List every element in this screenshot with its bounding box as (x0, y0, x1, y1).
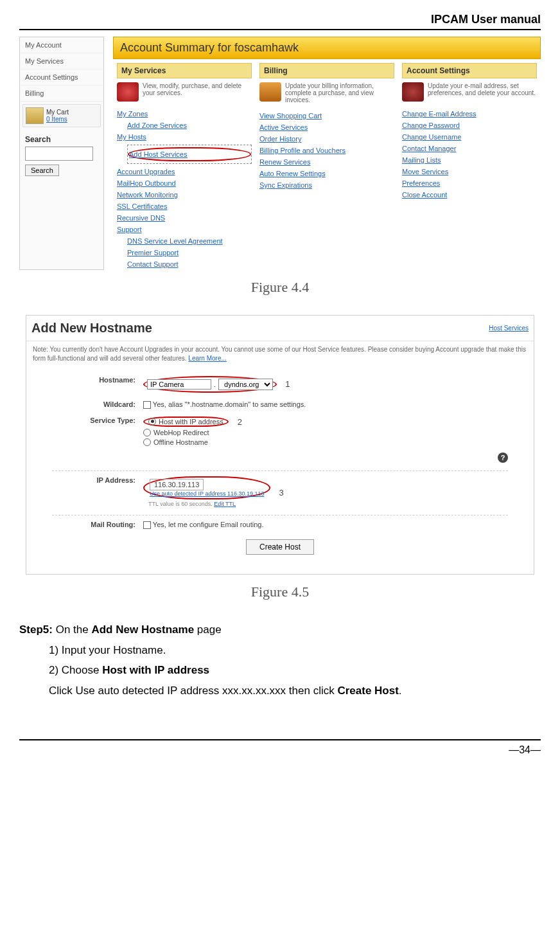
link-support[interactable]: Support (117, 224, 252, 235)
figure-4-5-screenshot: Add New Hostname Host Services Note: You… (26, 315, 534, 575)
search-heading: Search (20, 130, 103, 147)
cart-box[interactable]: My Cart 0 Items (22, 104, 101, 127)
step5-item2b: Host with IP address (102, 664, 209, 676)
link-email[interactable]: Change E-mail Address (402, 108, 537, 120)
radio-offline[interactable] (143, 438, 151, 446)
service-label: Service Type: (52, 417, 143, 424)
cart-label: My Cart (46, 109, 69, 116)
col-billing: Billing Update your billing information,… (256, 63, 398, 270)
col-settings: Account Settings Update your e-mail addr… (398, 63, 541, 270)
link-netmon[interactable]: Network Monitoring (117, 189, 252, 201)
search-input[interactable] (25, 147, 93, 161)
edit-ttl-link[interactable]: Edit TTL (214, 501, 236, 507)
services-links: My Zones Add Zone Services My Hosts Add … (117, 108, 252, 270)
ip-label: IP Address: (52, 476, 143, 484)
domain-select[interactable]: dyndns.org (218, 379, 273, 390)
page-footer: —34— (19, 739, 541, 756)
link-move[interactable]: Move Services (402, 166, 537, 177)
hostname-label: Hostname: (52, 376, 143, 384)
callout-3: 3 (279, 488, 284, 497)
link-close[interactable]: Close Account (402, 189, 537, 201)
sidebar-item-settings[interactable]: Account Settings (20, 69, 103, 85)
ip-input[interactable]: 116.30.19.113 (150, 479, 204, 490)
wildcard-text: Yes, alias "*.hostname.domain" to same s… (153, 400, 306, 408)
mail-text: Yes, let me configure Email routing. (153, 521, 264, 528)
callout-1: 1 (285, 379, 290, 389)
figure-4-5-caption: Figure 4.5 (19, 584, 541, 600)
row-wildcard: Wildcard: Yes, alias "*.hostname.domain"… (52, 400, 508, 409)
wildcard-label: Wildcard: (52, 400, 143, 408)
page-number: —34— (509, 744, 541, 755)
opt-offline: Offline Hostname (153, 438, 208, 446)
auto-ip-link[interactable]: Use auto detected IP address 116.30.19.1… (150, 490, 264, 497)
mail-label: Mail Routing: (52, 521, 143, 528)
services-desc: View, modify, purchase, and delete your … (143, 82, 252, 102)
link-contact[interactable]: Contact Support (117, 258, 252, 270)
link-add-zone[interactable]: Add Zone Services (117, 120, 252, 131)
wildcard-checkbox[interactable] (143, 401, 151, 409)
step5-item2a: 2) Choose (49, 664, 102, 676)
link-prefs[interactable]: Preferences (402, 177, 537, 189)
link-sync[interactable]: Sync Expirations (259, 179, 394, 191)
figure-4-4-screenshot: My Account My Services Account Settings … (19, 37, 541, 270)
figure-4-4-caption: Figure 4.4 (19, 279, 541, 296)
link-premier[interactable]: Premier Support (117, 247, 252, 258)
link-username[interactable]: Change Username (402, 131, 537, 143)
hostname-input[interactable] (147, 379, 211, 390)
settings-desc: Update your e-mail address, set preferen… (428, 82, 537, 102)
step5-line3a: Click Use auto detected IP address xxx.x… (49, 685, 337, 697)
sidebar-item-services[interactable]: My Services (20, 53, 103, 69)
row-service-type: Service Type: Host with IP address 2 Web… (52, 417, 508, 463)
col-settings-header: Account Settings (402, 63, 537, 78)
search-button[interactable]: Search (25, 165, 59, 176)
cart-count[interactable]: 0 Items (46, 116, 69, 123)
link-sla[interactable]: DNS Service Level Agreement (117, 235, 252, 247)
step5-label: Step5: (19, 623, 53, 636)
billing-icon (259, 82, 281, 102)
link-cart[interactable]: View Shopping Cart (259, 110, 394, 121)
cart-icon (26, 107, 44, 124)
link-contactmgr[interactable]: Contact Manager (402, 143, 537, 154)
link-my-hosts[interactable]: My Hosts (117, 131, 252, 143)
link-add-host-circled[interactable]: Add Host Services (128, 147, 251, 161)
instruction-text: Step5: On the Add New Hostname page 1) I… (19, 620, 541, 701)
page-header: IPCAM User manual (19, 0, 541, 30)
link-recdns[interactable]: Recursive DNS (117, 212, 252, 224)
manual-title: IPCAM User manual (19, 13, 541, 29)
sidebar-item-billing[interactable]: Billing (20, 85, 103, 102)
sidebar: My Account My Services Account Settings … (19, 37, 104, 270)
sidebar-item-account[interactable]: My Account (20, 37, 103, 53)
settings-icon (402, 82, 424, 102)
link-ssl[interactable]: SSL Certificates (117, 201, 252, 212)
step5-item1: 1) Input your Hostname. (19, 640, 541, 660)
link-active[interactable]: Active Services (259, 121, 394, 133)
radio-host-ip[interactable] (148, 418, 156, 426)
col-services-header: My Services (117, 63, 252, 78)
callout-2: 2 (238, 417, 242, 427)
link-upgrades[interactable]: Account Upgrades (117, 166, 252, 177)
opt-webhop: WebHop Redirect (153, 429, 209, 436)
link-renew[interactable]: Renew Services (259, 156, 394, 168)
settings-links: Change E-mail Address Change Password Ch… (402, 108, 537, 201)
link-autorenew[interactable]: Auto Renew Settings (259, 168, 394, 179)
link-mailhop[interactable]: MailHop Outbound (117, 177, 252, 189)
help-icon[interactable]: ? (498, 453, 508, 463)
link-profile[interactable]: Billing Profile and Vouchers (259, 145, 394, 156)
upgrade-note: Note: You currently don't have Account U… (26, 341, 534, 371)
learn-more-link[interactable]: Learn More... (188, 355, 226, 362)
billing-links: View Shopping Cart Active Services Order… (259, 110, 394, 191)
host-services-link[interactable]: Host Services (489, 325, 529, 332)
link-history[interactable]: Order History (259, 133, 394, 145)
col-services: My Services View, modify, purchase, and … (113, 63, 256, 270)
create-host-button[interactable]: Create Host (246, 539, 314, 555)
link-my-zones[interactable]: My Zones (117, 108, 252, 120)
step5-line3b: Create Host (337, 685, 398, 697)
link-mailing[interactable]: Mailing Lists (402, 154, 537, 166)
radio-webhop[interactable] (143, 429, 151, 436)
summary-title: Account Summary for foscamhawk (113, 37, 541, 59)
row-hostname: Hostname: . dyndns.org 1 (52, 376, 508, 393)
add-hostname-title: Add New Hostname (31, 318, 152, 338)
ttl-text: TTL value is 60 seconds. (148, 501, 213, 507)
mail-checkbox[interactable] (143, 521, 151, 529)
link-password[interactable]: Change Password (402, 120, 537, 131)
